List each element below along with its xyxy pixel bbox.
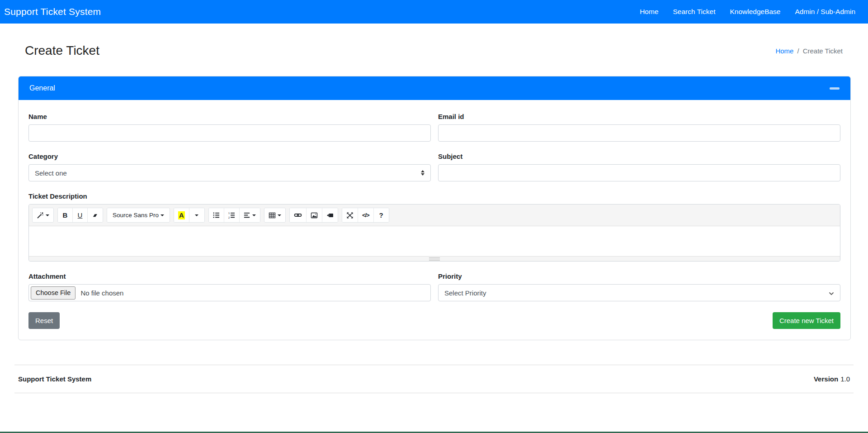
insert-link-button[interactable] <box>290 208 307 222</box>
general-panel-title: General <box>29 84 55 92</box>
caret-down-icon <box>252 214 256 216</box>
bold-icon: B <box>63 211 68 219</box>
unordered-list-button[interactable] <box>209 208 224 222</box>
email-label: Email id <box>438 113 840 120</box>
top-navbar: Support Ticket System Home Search Ticket… <box>0 0 868 24</box>
editor-resize-bar[interactable] <box>29 256 840 261</box>
picture-icon <box>311 212 318 219</box>
priority-select[interactable]: Select Priority <box>438 284 840 301</box>
insert-picture-button[interactable] <box>307 208 322 222</box>
magic-style-button[interactable] <box>33 208 53 222</box>
footer-version: Version1.0 <box>814 375 850 383</box>
file-chosen-status: No file chosen <box>80 289 123 297</box>
help-icon: ? <box>379 211 383 219</box>
help-button[interactable]: ? <box>374 208 389 222</box>
reset-button[interactable]: Reset <box>28 312 60 329</box>
general-panel-header[interactable]: General <box>19 76 850 100</box>
insert-video-button[interactable] <box>322 208 338 222</box>
nav-item-home[interactable]: Home <box>632 8 665 16</box>
eraser-icon <box>92 212 99 219</box>
caret-down-icon <box>195 214 198 216</box>
email-input[interactable] <box>438 124 840 142</box>
general-panel: General Name Email id Category Select on… <box>18 76 851 340</box>
fullscreen-button[interactable] <box>342 208 358 222</box>
code-view-button[interactable]: </> <box>358 208 374 222</box>
general-panel-body: Name Email id Category Select one Subjec… <box>19 100 850 340</box>
choose-file-button[interactable]: Choose File <box>31 286 75 300</box>
nav-item-search-ticket[interactable]: Search Ticket <box>666 8 723 16</box>
attachment-file-input[interactable]: Choose File No file chosen <box>28 284 431 301</box>
underline-icon: U <box>78 211 83 219</box>
svg-text:1: 1 <box>228 212 230 214</box>
paragraph-align-button[interactable] <box>240 208 260 222</box>
paragraph-align-icon <box>244 212 250 219</box>
caret-down-icon <box>160 214 164 216</box>
svg-text:2: 2 <box>228 216 230 219</box>
create-ticket-button[interactable]: Create new Ticket <box>773 312 840 329</box>
code-icon: </> <box>362 212 369 219</box>
ordered-list-button[interactable]: 1 2 <box>224 208 240 222</box>
app-brand[interactable]: Support Ticket System <box>4 6 101 17</box>
caret-down-icon <box>46 214 49 216</box>
priority-label: Priority <box>438 272 840 280</box>
attachment-label: Attachment <box>28 272 431 280</box>
select-updown-icon <box>421 170 425 176</box>
chevron-down-icon <box>829 289 834 297</box>
priority-selected-value: Select Priority <box>444 289 486 297</box>
footer-app-name: Support Ticket System <box>18 375 91 383</box>
video-icon <box>326 212 334 219</box>
collapse-minus-icon[interactable] <box>830 87 840 90</box>
editor-content-area[interactable] <box>29 226 840 256</box>
page-title: Create Ticket <box>25 43 99 58</box>
footer: Support Ticket System Version1.0 <box>14 365 854 393</box>
font-color-icon: A <box>178 211 185 219</box>
version-label: Version <box>814 375 838 383</box>
link-icon <box>294 212 302 219</box>
category-select[interactable]: Select one <box>28 164 431 181</box>
fullscreen-arrows-icon <box>346 212 354 219</box>
resize-grip-icon <box>429 257 440 261</box>
nav-links: Home Search Ticket KnowledgeBase Admin /… <box>632 8 863 16</box>
unordered-list-icon <box>213 212 220 219</box>
font-color-button[interactable]: A <box>174 208 189 222</box>
subject-label: Subject <box>438 152 840 160</box>
bold-button[interactable]: B <box>58 208 73 222</box>
font-family-button[interactable]: Source Sans Pro <box>107 208 170 222</box>
subject-input[interactable] <box>438 164 840 181</box>
font-color-dropdown-button[interactable] <box>189 208 204 222</box>
clear-format-button[interactable] <box>88 208 103 222</box>
editor-toolbar: B U Source Sans Pro <box>29 205 840 226</box>
ordered-list-icon: 1 2 <box>228 212 235 219</box>
caret-down-icon <box>278 214 281 216</box>
page-head: Create Ticket Home / Create Ticket <box>18 24 851 76</box>
font-family-value: Source Sans Pro <box>113 212 159 219</box>
version-value: 1.0 <box>840 375 850 383</box>
breadcrumb: Home / Create Ticket <box>775 47 843 55</box>
rich-text-editor: B U Source Sans Pro <box>28 204 840 262</box>
name-input[interactable] <box>28 124 431 142</box>
nav-item-knowledgebase[interactable]: KnowledgeBase <box>722 8 788 16</box>
table-button[interactable] <box>264 208 285 222</box>
table-icon <box>269 212 276 219</box>
category-selected-value: Select one <box>35 169 67 177</box>
magic-wand-icon <box>37 212 44 219</box>
nav-item-admin[interactable]: Admin / Sub-Admin <box>788 8 863 16</box>
category-label: Category <box>28 152 431 160</box>
description-label: Ticket Description <box>28 192 840 200</box>
breadcrumb-current: Create Ticket <box>803 47 843 55</box>
breadcrumb-separator: / <box>797 47 799 55</box>
name-label: Name <box>28 113 431 120</box>
breadcrumb-home-link[interactable]: Home <box>775 47 793 55</box>
underline-button[interactable]: U <box>73 208 88 222</box>
